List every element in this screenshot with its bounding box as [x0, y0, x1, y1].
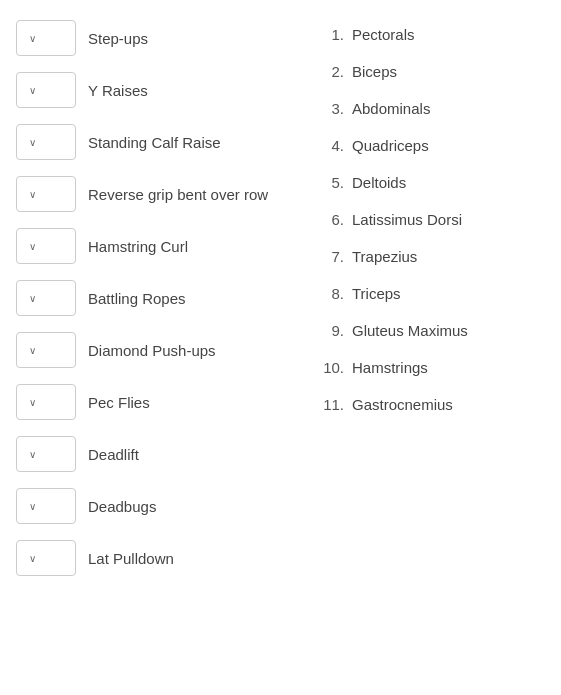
- exercise-row: ∨Step-ups: [16, 12, 316, 64]
- muscle-row: 9.Gluteus Maximus: [316, 312, 545, 349]
- exercise-label-hamstring-curl: Hamstring Curl: [88, 238, 188, 255]
- exercise-label-lat-pulldown: Lat Pulldown: [88, 550, 174, 567]
- muscle-number-1: 1.: [316, 26, 344, 43]
- chevron-down-icon: ∨: [29, 189, 36, 200]
- exercise-row: ∨Hamstring Curl: [16, 220, 316, 272]
- exercise-dropdown-diamond-push-ups[interactable]: ∨: [16, 332, 76, 368]
- muscle-name-9: Gluteus Maximus: [352, 322, 468, 339]
- chevron-down-icon: ∨: [29, 449, 36, 460]
- exercise-dropdown-lat-pulldown[interactable]: ∨: [16, 540, 76, 576]
- exercise-dropdown-hamstring-curl[interactable]: ∨: [16, 228, 76, 264]
- muscle-name-4: Quadriceps: [352, 137, 429, 154]
- exercise-row: ∨Reverse grip bent over row: [16, 168, 316, 220]
- muscle-row: 8.Triceps: [316, 275, 545, 312]
- exercise-row: ∨Y Raises: [16, 64, 316, 116]
- exercise-label-step-ups: Step-ups: [88, 30, 148, 47]
- exercise-label-deadbugs: Deadbugs: [88, 498, 156, 515]
- exercise-dropdown-battling-ropes[interactable]: ∨: [16, 280, 76, 316]
- exercise-dropdown-reverse-grip-bent[interactable]: ∨: [16, 176, 76, 212]
- muscle-number-8: 8.: [316, 285, 344, 302]
- exercise-dropdown-deadbugs[interactable]: ∨: [16, 488, 76, 524]
- muscle-name-10: Hamstrings: [352, 359, 428, 376]
- muscle-list: 1.Pectorals2.Biceps3.Abdominals4.Quadric…: [316, 12, 545, 584]
- muscle-number-11: 11.: [316, 396, 344, 413]
- muscle-row: 5.Deltoids: [316, 164, 545, 201]
- chevron-down-icon: ∨: [29, 397, 36, 408]
- exercise-row: ∨Deadbugs: [16, 480, 316, 532]
- exercise-label-diamond-push-ups: Diamond Push-ups: [88, 342, 216, 359]
- exercise-row: ∨Lat Pulldown: [16, 532, 316, 584]
- chevron-down-icon: ∨: [29, 85, 36, 96]
- exercise-label-y-raises: Y Raises: [88, 82, 148, 99]
- muscle-row: 1.Pectorals: [316, 16, 545, 53]
- chevron-down-icon: ∨: [29, 345, 36, 356]
- chevron-down-icon: ∨: [29, 33, 36, 44]
- exercise-row: ∨Deadlift: [16, 428, 316, 480]
- muscle-number-7: 7.: [316, 248, 344, 265]
- muscle-row: 7.Trapezius: [316, 238, 545, 275]
- muscle-row: 10.Hamstrings: [316, 349, 545, 386]
- muscle-number-4: 4.: [316, 137, 344, 154]
- exercise-row: ∨Pec Flies: [16, 376, 316, 428]
- exercise-label-battling-ropes: Battling Ropes: [88, 290, 186, 307]
- muscle-number-3: 3.: [316, 100, 344, 117]
- chevron-down-icon: ∨: [29, 293, 36, 304]
- muscle-row: 6.Latissimus Dorsi: [316, 201, 545, 238]
- exercise-label-reverse-grip-bent: Reverse grip bent over row: [88, 186, 268, 203]
- exercise-list: ∨Step-ups∨Y Raises∨Standing Calf Raise∨R…: [16, 12, 316, 584]
- chevron-down-icon: ∨: [29, 241, 36, 252]
- exercise-label-pec-flies: Pec Flies: [88, 394, 150, 411]
- muscle-name-7: Trapezius: [352, 248, 417, 265]
- exercise-label-standing-calf-raise: Standing Calf Raise: [88, 134, 221, 151]
- muscle-name-11: Gastrocnemius: [352, 396, 453, 413]
- exercise-dropdown-deadlift[interactable]: ∨: [16, 436, 76, 472]
- exercise-row: ∨Battling Ropes: [16, 272, 316, 324]
- exercise-row: ∨Standing Calf Raise: [16, 116, 316, 168]
- chevron-down-icon: ∨: [29, 137, 36, 148]
- muscle-name-3: Abdominals: [352, 100, 430, 117]
- muscle-row: 4.Quadriceps: [316, 127, 545, 164]
- muscle-number-9: 9.: [316, 322, 344, 339]
- exercise-dropdown-standing-calf-raise[interactable]: ∨: [16, 124, 76, 160]
- muscle-number-6: 6.: [316, 211, 344, 228]
- muscle-number-10: 10.: [316, 359, 344, 376]
- chevron-down-icon: ∨: [29, 553, 36, 564]
- exercise-dropdown-step-ups[interactable]: ∨: [16, 20, 76, 56]
- exercise-dropdown-pec-flies[interactable]: ∨: [16, 384, 76, 420]
- exercise-label-deadlift: Deadlift: [88, 446, 139, 463]
- muscle-row: 2.Biceps: [316, 53, 545, 90]
- muscle-name-6: Latissimus Dorsi: [352, 211, 462, 228]
- muscle-number-2: 2.: [316, 63, 344, 80]
- muscle-number-5: 5.: [316, 174, 344, 191]
- main-container: ∨Step-ups∨Y Raises∨Standing Calf Raise∨R…: [16, 12, 545, 584]
- muscle-row: 3.Abdominals: [316, 90, 545, 127]
- exercise-row: ∨Diamond Push-ups: [16, 324, 316, 376]
- muscle-row: 11.Gastrocnemius: [316, 386, 545, 423]
- chevron-down-icon: ∨: [29, 501, 36, 512]
- muscle-name-1: Pectorals: [352, 26, 415, 43]
- exercise-dropdown-y-raises[interactable]: ∨: [16, 72, 76, 108]
- muscle-name-2: Biceps: [352, 63, 397, 80]
- muscle-name-5: Deltoids: [352, 174, 406, 191]
- muscle-name-8: Triceps: [352, 285, 401, 302]
